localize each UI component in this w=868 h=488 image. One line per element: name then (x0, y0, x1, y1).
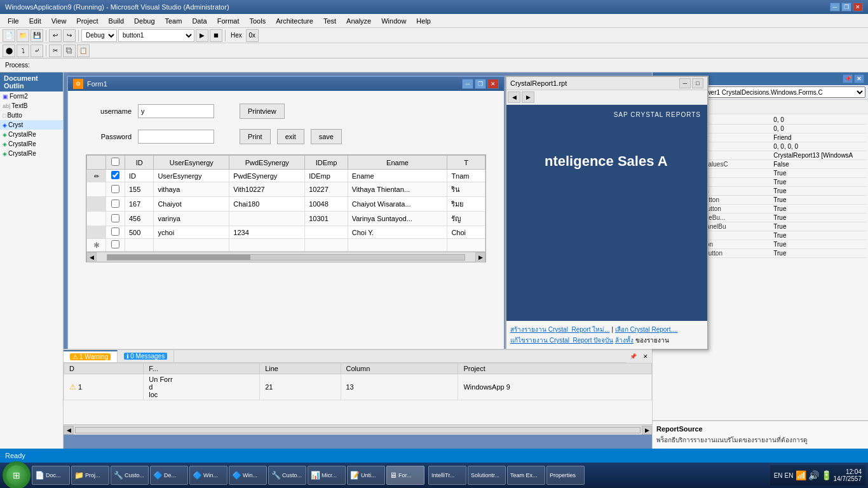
row1-id[interactable]: 155 (125, 182, 154, 197)
bottom-close-btn[interactable]: ✕ (641, 351, 651, 362)
form1-maximize[interactable]: ❐ (475, 79, 486, 89)
row2-id[interactable]: 167 (125, 197, 154, 212)
prop-val-showparampanel[interactable]: True (771, 222, 867, 231)
tb-breakpoint[interactable]: ⬤ (3, 44, 15, 57)
col-check-all[interactable] (111, 158, 119, 166)
row3-checkbox[interactable] (111, 214, 119, 222)
tab-error-list[interactable]: ⚠ 1 Warning (64, 350, 118, 362)
row1-t[interactable]: ริน (447, 182, 485, 197)
tb-win1[interactable]: 🔷 Win... (189, 466, 227, 485)
tb-hex[interactable]: 0x (246, 29, 259, 42)
row4-pwd[interactable]: 1234 (229, 226, 305, 239)
sol-item-cryst[interactable]: ◈ Cryst (0, 120, 63, 130)
tb-micr[interactable]: 📊 Micr... (308, 466, 346, 485)
tb-de[interactable]: 🔷 De... (150, 466, 188, 485)
menu-project[interactable]: Project (71, 16, 103, 26)
password-input[interactable] (138, 130, 214, 144)
minimize-btn[interactable]: ─ (830, 3, 840, 11)
row3-id[interactable]: 456 (125, 212, 154, 226)
row-edit-ename[interactable]: Ename (348, 170, 447, 182)
prop-val-modifiers[interactable]: Friend (771, 133, 867, 142)
prop-val-showgotopage[interactable]: True (771, 196, 867, 205)
tb-step-in[interactable]: ⤶ (31, 44, 43, 57)
menu-help[interactable]: Help (411, 16, 436, 26)
sol-item-crystalre3[interactable]: ◈ CrystalRe (0, 149, 63, 158)
username-input[interactable] (138, 104, 214, 118)
sol-item-crystalre1[interactable]: ◈ CrystalRe (0, 130, 63, 139)
prop-val-showgrouptree[interactable]: True (771, 205, 867, 214)
prop-val-showpagenav[interactable]: True (771, 214, 867, 222)
menu-view[interactable]: View (46, 16, 72, 26)
prop-val-padding[interactable]: 0, 0, 0, 0 (771, 142, 867, 151)
menu-file[interactable]: File (3, 16, 24, 26)
row4-id[interactable]: 500 (125, 226, 154, 239)
row-new-pwd[interactable] (229, 239, 305, 252)
tb-paste[interactable]: 📋 (77, 44, 90, 57)
bottom-pin-btn[interactable]: 📌 (628, 351, 638, 362)
crystal-nav-next[interactable]: ▶ (522, 92, 534, 103)
prop-val-reuseparam[interactable]: False (771, 160, 867, 169)
prop-val-reportsource[interactable]: CrystalReport13 [WindowsA (771, 151, 867, 160)
start-button[interactable]: ⊞ (3, 461, 31, 488)
row3-user[interactable]: varinya (154, 212, 229, 226)
row-new-idemp[interactable] (305, 239, 348, 252)
debug-mode-combo[interactable]: Debug (81, 29, 117, 42)
menu-data[interactable]: Data (187, 16, 212, 26)
row4-t[interactable]: Choi (447, 226, 485, 239)
prop-close-btn[interactable]: ✕ (854, 74, 864, 83)
tb-start[interactable]: ▶ (196, 29, 208, 42)
tb-teamex[interactable]: Team Ex... (507, 466, 545, 485)
tb-undo[interactable]: ↩ (49, 29, 62, 42)
row1-ename[interactable]: Vithaya Thientan... (348, 182, 447, 197)
tb-save[interactable]: 💾 (31, 29, 43, 42)
printview-button[interactable]: Printview (240, 104, 285, 119)
row-edit-idemp[interactable]: IDEmp (305, 170, 348, 182)
scroll-left-btn[interactable]: ◀ (86, 252, 97, 262)
target-combo[interactable]: button1 (118, 29, 194, 42)
tb-proj[interactable]: 📁 Proj... (71, 466, 109, 485)
row-edit-pwd[interactable]: PwdESynergy (229, 170, 305, 182)
sol-item-butto[interactable]: □ Butto (0, 111, 63, 120)
row3-pwd[interactable] (229, 212, 305, 226)
tb-for[interactable]: 🖥 For... (386, 466, 424, 485)
row2-ename[interactable]: Chaiyot Wisarata... (348, 197, 447, 212)
row-new-id[interactable] (125, 239, 154, 252)
tb-win2[interactable]: 🔷 Win... (229, 466, 267, 485)
tb-step-over[interactable]: ⤵ (17, 44, 29, 57)
row-edit-user[interactable]: UserEsynergy (154, 170, 229, 182)
bottom-hscroll[interactable]: ◀ ▶ (64, 424, 652, 435)
menu-debug[interactable]: Debug (129, 16, 159, 26)
crystal-nav-prev[interactable]: ◀ (508, 92, 520, 103)
row2-checkbox[interactable] (111, 200, 119, 208)
prop-val-showtextsearch[interactable]: True (771, 249, 867, 258)
row3-idemp[interactable]: 10301 (305, 212, 348, 226)
crystal-minimize[interactable]: ─ (679, 78, 691, 88)
row2-t[interactable]: ริมย (447, 197, 485, 212)
tb-cut[interactable]: ✂ (49, 44, 62, 57)
crystal-link4-text[interactable]: ล้างทั้ง (615, 337, 634, 344)
row1-user[interactable]: vithaya (154, 182, 229, 197)
crystal-link1-text[interactable]: สร้างรายงาน Crystal_Report ใหม่... (510, 326, 610, 333)
row2-user[interactable]: Chaiyot (154, 197, 229, 212)
tb-stop[interactable]: ⏹ (210, 29, 222, 42)
row1-idemp[interactable]: 10227 (305, 182, 348, 197)
tb-doc[interactable]: 📄 Doc... (32, 466, 70, 485)
row1-pwd[interactable]: Vith10227 (229, 182, 305, 197)
menu-tools[interactable]: Tools (245, 16, 271, 26)
tb-custo1[interactable]: 🔧 Custo... (111, 466, 149, 485)
row3-ename[interactable]: Varinya Suntayod... (348, 212, 447, 226)
menu-build[interactable]: Build (104, 16, 129, 26)
sol-item-form2[interactable]: ▣ Form2 (0, 92, 63, 101)
restore-btn[interactable]: ❐ (841, 3, 851, 11)
menu-format[interactable]: Format (212, 16, 245, 26)
row-new-checkbox[interactable] (111, 240, 119, 248)
row2-idemp[interactable]: 10048 (305, 197, 348, 212)
menu-window[interactable]: Window (376, 16, 411, 26)
tb-open[interactable]: 📁 (17, 29, 29, 42)
tab-messages[interactable]: ℹ 0 Messages (118, 350, 174, 362)
tb-properties-tab[interactable]: Properties (546, 466, 585, 485)
row-edit-id[interactable]: ID (125, 170, 154, 182)
row2-pwd[interactable]: Chai180 (229, 197, 305, 212)
tb-intellitr[interactable]: IntelliTr... (428, 466, 466, 485)
save-button[interactable]: save (311, 129, 342, 144)
